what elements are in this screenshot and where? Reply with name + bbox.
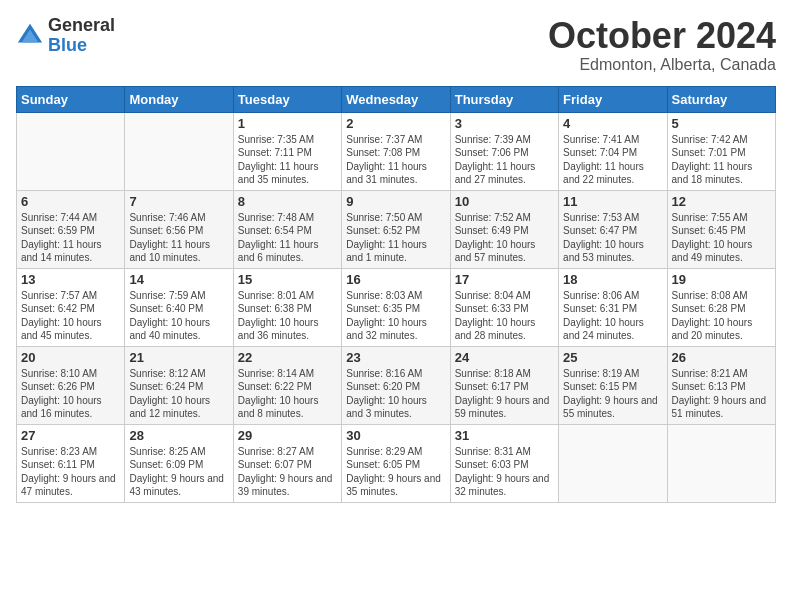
day-cell: 17Sunrise: 8:04 AM Sunset: 6:33 PM Dayli… <box>450 268 558 346</box>
day-info: Sunrise: 7:55 AM Sunset: 6:45 PM Dayligh… <box>672 211 771 265</box>
day-number: 28 <box>129 428 228 443</box>
day-info: Sunrise: 8:12 AM Sunset: 6:24 PM Dayligh… <box>129 367 228 421</box>
day-info: Sunrise: 8:08 AM Sunset: 6:28 PM Dayligh… <box>672 289 771 343</box>
day-cell: 9Sunrise: 7:50 AM Sunset: 6:52 PM Daylig… <box>342 190 450 268</box>
day-info: Sunrise: 7:52 AM Sunset: 6:49 PM Dayligh… <box>455 211 554 265</box>
day-cell: 24Sunrise: 8:18 AM Sunset: 6:17 PM Dayli… <box>450 346 558 424</box>
day-cell: 14Sunrise: 7:59 AM Sunset: 6:40 PM Dayli… <box>125 268 233 346</box>
week-row-1: 1Sunrise: 7:35 AM Sunset: 7:11 PM Daylig… <box>17 112 776 190</box>
day-cell: 25Sunrise: 8:19 AM Sunset: 6:15 PM Dayli… <box>559 346 667 424</box>
day-number: 3 <box>455 116 554 131</box>
day-cell: 23Sunrise: 8:16 AM Sunset: 6:20 PM Dayli… <box>342 346 450 424</box>
day-cell: 27Sunrise: 8:23 AM Sunset: 6:11 PM Dayli… <box>17 424 125 502</box>
day-cell: 21Sunrise: 8:12 AM Sunset: 6:24 PM Dayli… <box>125 346 233 424</box>
day-number: 5 <box>672 116 771 131</box>
day-number: 4 <box>563 116 662 131</box>
day-info: Sunrise: 8:23 AM Sunset: 6:11 PM Dayligh… <box>21 445 120 499</box>
logo-blue: Blue <box>48 36 115 56</box>
header-saturday: Saturday <box>667 86 775 112</box>
week-row-2: 6Sunrise: 7:44 AM Sunset: 6:59 PM Daylig… <box>17 190 776 268</box>
day-cell: 12Sunrise: 7:55 AM Sunset: 6:45 PM Dayli… <box>667 190 775 268</box>
day-cell: 15Sunrise: 8:01 AM Sunset: 6:38 PM Dayli… <box>233 268 341 346</box>
day-number: 21 <box>129 350 228 365</box>
day-number: 13 <box>21 272 120 287</box>
day-cell: 29Sunrise: 8:27 AM Sunset: 6:07 PM Dayli… <box>233 424 341 502</box>
day-number: 12 <box>672 194 771 209</box>
day-number: 16 <box>346 272 445 287</box>
day-number: 20 <box>21 350 120 365</box>
day-cell: 30Sunrise: 8:29 AM Sunset: 6:05 PM Dayli… <box>342 424 450 502</box>
day-info: Sunrise: 8:18 AM Sunset: 6:17 PM Dayligh… <box>455 367 554 421</box>
day-info: Sunrise: 7:50 AM Sunset: 6:52 PM Dayligh… <box>346 211 445 265</box>
day-info: Sunrise: 8:31 AM Sunset: 6:03 PM Dayligh… <box>455 445 554 499</box>
header-row: Sunday Monday Tuesday Wednesday Thursday… <box>17 86 776 112</box>
day-number: 6 <box>21 194 120 209</box>
day-cell: 11Sunrise: 7:53 AM Sunset: 6:47 PM Dayli… <box>559 190 667 268</box>
day-cell: 7Sunrise: 7:46 AM Sunset: 6:56 PM Daylig… <box>125 190 233 268</box>
day-number: 25 <box>563 350 662 365</box>
title-area: October 2024 Edmonton, Alberta, Canada <box>548 16 776 74</box>
day-number: 7 <box>129 194 228 209</box>
day-info: Sunrise: 8:29 AM Sunset: 6:05 PM Dayligh… <box>346 445 445 499</box>
day-info: Sunrise: 8:03 AM Sunset: 6:35 PM Dayligh… <box>346 289 445 343</box>
day-number: 30 <box>346 428 445 443</box>
day-number: 27 <box>21 428 120 443</box>
day-info: Sunrise: 7:42 AM Sunset: 7:01 PM Dayligh… <box>672 133 771 187</box>
day-number: 8 <box>238 194 337 209</box>
day-cell: 18Sunrise: 8:06 AM Sunset: 6:31 PM Dayli… <box>559 268 667 346</box>
day-info: Sunrise: 7:53 AM Sunset: 6:47 PM Dayligh… <box>563 211 662 265</box>
day-cell <box>559 424 667 502</box>
week-row-3: 13Sunrise: 7:57 AM Sunset: 6:42 PM Dayli… <box>17 268 776 346</box>
day-info: Sunrise: 8:16 AM Sunset: 6:20 PM Dayligh… <box>346 367 445 421</box>
day-info: Sunrise: 8:14 AM Sunset: 6:22 PM Dayligh… <box>238 367 337 421</box>
calendar-body: 1Sunrise: 7:35 AM Sunset: 7:11 PM Daylig… <box>17 112 776 502</box>
logo: General Blue <box>16 16 115 56</box>
day-info: Sunrise: 8:21 AM Sunset: 6:13 PM Dayligh… <box>672 367 771 421</box>
day-number: 18 <box>563 272 662 287</box>
day-info: Sunrise: 7:35 AM Sunset: 7:11 PM Dayligh… <box>238 133 337 187</box>
day-info: Sunrise: 8:06 AM Sunset: 6:31 PM Dayligh… <box>563 289 662 343</box>
day-number: 29 <box>238 428 337 443</box>
day-info: Sunrise: 8:27 AM Sunset: 6:07 PM Dayligh… <box>238 445 337 499</box>
day-info: Sunrise: 7:44 AM Sunset: 6:59 PM Dayligh… <box>21 211 120 265</box>
day-info: Sunrise: 8:25 AM Sunset: 6:09 PM Dayligh… <box>129 445 228 499</box>
day-cell: 10Sunrise: 7:52 AM Sunset: 6:49 PM Dayli… <box>450 190 558 268</box>
day-info: Sunrise: 7:59 AM Sunset: 6:40 PM Dayligh… <box>129 289 228 343</box>
day-cell: 20Sunrise: 8:10 AM Sunset: 6:26 PM Dayli… <box>17 346 125 424</box>
logo-text: General Blue <box>48 16 115 56</box>
logo-general: General <box>48 16 115 36</box>
header-friday: Friday <box>559 86 667 112</box>
day-cell: 31Sunrise: 8:31 AM Sunset: 6:03 PM Dayli… <box>450 424 558 502</box>
day-cell: 19Sunrise: 8:08 AM Sunset: 6:28 PM Dayli… <box>667 268 775 346</box>
day-cell: 1Sunrise: 7:35 AM Sunset: 7:11 PM Daylig… <box>233 112 341 190</box>
day-number: 26 <box>672 350 771 365</box>
day-info: Sunrise: 7:37 AM Sunset: 7:08 PM Dayligh… <box>346 133 445 187</box>
day-info: Sunrise: 7:41 AM Sunset: 7:04 PM Dayligh… <box>563 133 662 187</box>
day-number: 14 <box>129 272 228 287</box>
day-cell: 22Sunrise: 8:14 AM Sunset: 6:22 PM Dayli… <box>233 346 341 424</box>
day-number: 31 <box>455 428 554 443</box>
header-monday: Monday <box>125 86 233 112</box>
day-info: Sunrise: 7:48 AM Sunset: 6:54 PM Dayligh… <box>238 211 337 265</box>
day-info: Sunrise: 7:57 AM Sunset: 6:42 PM Dayligh… <box>21 289 120 343</box>
day-cell: 16Sunrise: 8:03 AM Sunset: 6:35 PM Dayli… <box>342 268 450 346</box>
header: General Blue October 2024 Edmonton, Albe… <box>16 16 776 74</box>
day-info: Sunrise: 8:10 AM Sunset: 6:26 PM Dayligh… <box>21 367 120 421</box>
day-number: 22 <box>238 350 337 365</box>
day-cell <box>667 424 775 502</box>
header-thursday: Thursday <box>450 86 558 112</box>
week-row-5: 27Sunrise: 8:23 AM Sunset: 6:11 PM Dayli… <box>17 424 776 502</box>
day-info: Sunrise: 8:01 AM Sunset: 6:38 PM Dayligh… <box>238 289 337 343</box>
calendar-table: Sunday Monday Tuesday Wednesday Thursday… <box>16 86 776 503</box>
header-sunday: Sunday <box>17 86 125 112</box>
day-cell: 4Sunrise: 7:41 AM Sunset: 7:04 PM Daylig… <box>559 112 667 190</box>
week-row-4: 20Sunrise: 8:10 AM Sunset: 6:26 PM Dayli… <box>17 346 776 424</box>
header-wednesday: Wednesday <box>342 86 450 112</box>
day-info: Sunrise: 7:46 AM Sunset: 6:56 PM Dayligh… <box>129 211 228 265</box>
day-number: 9 <box>346 194 445 209</box>
day-info: Sunrise: 7:39 AM Sunset: 7:06 PM Dayligh… <box>455 133 554 187</box>
day-cell: 3Sunrise: 7:39 AM Sunset: 7:06 PM Daylig… <box>450 112 558 190</box>
month-title: October 2024 <box>548 16 776 56</box>
header-tuesday: Tuesday <box>233 86 341 112</box>
day-number: 17 <box>455 272 554 287</box>
